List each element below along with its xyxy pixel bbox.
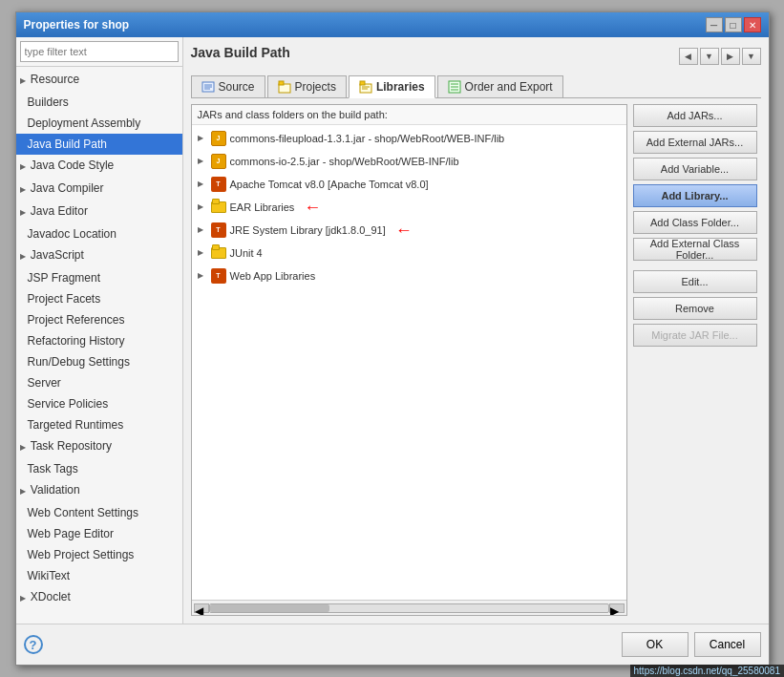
sidebar-item-javascript[interactable]: ▶ JavaScript — [16, 244, 182, 267]
sidebar-item-label: JavaScript — [31, 248, 84, 262]
tab-order-and-export[interactable]: Order and Export — [437, 75, 563, 97]
sidebar-item-jsp-fragment[interactable]: JSP Fragment — [16, 267, 182, 288]
lib-item-label: commons-io-2.5.jar - shop/WebRoot/WEB-IN… — [230, 152, 459, 171]
sidebar-item-java-editor[interactable]: ▶ Java Editor — [16, 201, 182, 223]
sidebar-item-web-page-editor[interactable]: Web Page Editor — [16, 523, 182, 544]
filter-input[interactable] — [20, 41, 179, 62]
scroll-left-btn[interactable]: ◀ — [194, 603, 209, 613]
sidebar-item-java-code-style[interactable]: ▶ Java Code Style — [16, 155, 182, 178]
help-area: ? — [24, 632, 616, 657]
sidebar-item-label: Project References — [28, 313, 125, 327]
list-item[interactable]: ▶ JUnit 4 — [194, 242, 625, 264]
arrow-icon: ▶ — [20, 248, 26, 265]
horizontal-scrollbar[interactable]: ◀ ▶ — [192, 600, 626, 615]
list-item[interactable]: ▶ T Web App Libraries — [194, 264, 625, 287]
action-buttons-panel: Add JARs... Add External JARs... Add Var… — [627, 104, 761, 616]
scroll-right-btn[interactable]: ▶ — [609, 603, 625, 613]
add-external-class-folder-button[interactable]: Add External Class Folder... — [633, 238, 757, 261]
tab-libraries[interactable]: Libraries — [349, 75, 435, 98]
list-item[interactable]: ▶ T Apache Tomcat v8.0 [Apache Tomcat v8… — [194, 173, 625, 196]
tab-projects-label: Projects — [295, 80, 336, 94]
list-item[interactable]: ▶ T JRE System Library [jdk1.8.0_91] ← — [194, 219, 625, 242]
sidebar-item-java-build-path[interactable]: Java Build Path — [16, 134, 182, 155]
sidebar-item-label: Task Tags — [28, 462, 78, 476]
arrow-icon: ▶ — [20, 73, 26, 90]
maximize-button[interactable]: □ — [725, 17, 742, 32]
sidebar-item-validation[interactable]: ▶ Validation — [16, 479, 182, 502]
cancel-button[interactable]: Cancel — [694, 632, 761, 657]
sidebar-item-service-policies[interactable]: Service Policies — [16, 393, 182, 414]
sidebar-item-project-facets[interactable]: Project Facets — [16, 288, 182, 309]
close-button[interactable]: ✕ — [744, 17, 761, 32]
panel-header: Java Build Path ◀ ▼ ▶ ▼ — [191, 45, 761, 68]
sidebar-item-label: Resource — [31, 73, 79, 86]
sidebar-item-wikitext[interactable]: WikiText — [16, 565, 182, 586]
sidebar-item-task-tags[interactable]: Task Tags — [16, 458, 182, 479]
library-list[interactable]: ▶ J commons-fileupload-1.3.1.jar - shop/… — [192, 125, 626, 600]
sidebar-item-targeted-runtimes[interactable]: Targeted Runtimes — [16, 414, 182, 435]
sidebar-item-deployment-assembly[interactable]: Deployment Assembly — [16, 113, 182, 134]
arrow-icon: ▶ — [20, 181, 26, 199]
sidebar-item-javadoc-location[interactable]: Javadoc Location — [16, 223, 182, 244]
content-area: JARs and class folders on the build path… — [191, 104, 627, 616]
sidebar-item-project-references[interactable]: Project References — [16, 309, 182, 330]
nav-forward-dropdown-button[interactable]: ▼ — [742, 48, 761, 65]
sidebar-item-xdoclet[interactable]: ▶ XDoclet — [16, 586, 182, 609]
sidebar-item-label: Server — [28, 376, 61, 390]
add-class-folder-button[interactable]: Add Class Folder... — [633, 211, 757, 234]
tab-projects[interactable]: Projects — [267, 75, 347, 97]
edit-button[interactable]: Edit... — [633, 270, 757, 293]
tab-source[interactable]: Source — [191, 75, 265, 97]
nav-back-button[interactable]: ◀ — [679, 48, 698, 65]
sidebar-item-server[interactable]: Server — [16, 372, 182, 393]
url-bar: https://blog.csdn.net/qq_25580081 — [630, 665, 784, 677]
migrate-jar-button[interactable]: Migrate JAR File... — [633, 324, 757, 347]
sidebar-item-run-debug-settings[interactable]: Run/Debug Settings — [16, 351, 182, 372]
tomcat-icon: T — [211, 268, 226, 284]
h-scrollbar-thumb[interactable] — [210, 604, 329, 612]
footer: ? OK Cancel — [16, 624, 769, 665]
expand-arrow-icon: ▶ — [198, 175, 211, 194]
lib-item-label: commons-fileupload-1.3.1.jar - shop/WebR… — [230, 129, 505, 148]
remove-button[interactable]: Remove — [633, 297, 757, 320]
nav-forward-button[interactable]: ▶ — [721, 48, 740, 65]
sidebar-item-label: XDoclet — [31, 590, 71, 603]
add-external-jars-button[interactable]: Add External JARs... — [633, 131, 757, 154]
sidebar-item-label: Validation — [31, 483, 80, 497]
sidebar-item-label: Builders — [28, 95, 69, 109]
expand-arrow-icon: ▶ — [198, 221, 211, 240]
library-content: JARs and class folders on the build path… — [191, 104, 627, 616]
sidebar-list: ▶ Resource Builders Deployment Assembly … — [16, 67, 182, 624]
sidebar-item-task-repository[interactable]: ▶ Task Repository — [16, 435, 182, 458]
lib-item-label: Web App Libraries — [230, 266, 316, 286]
add-library-button[interactable]: Add Library... — [633, 184, 757, 207]
window-controls: ─ □ ✕ — [706, 17, 761, 32]
expand-arrow-icon: ▶ — [198, 198, 211, 217]
svg-rect-5 — [279, 81, 284, 85]
lib-folder-icon — [211, 200, 226, 215]
arrow-icon: ▶ — [20, 590, 26, 607]
nav-dropdown-button[interactable]: ▼ — [700, 48, 719, 65]
sidebar-item-resource[interactable]: ▶ Resource — [16, 69, 182, 92]
help-button[interactable]: ? — [24, 635, 43, 654]
sidebar-item-builders[interactable]: Builders — [16, 92, 182, 113]
jar-icon: J — [211, 131, 226, 146]
red-arrow-jre-icon: ← — [395, 221, 413, 240]
list-item[interactable]: ▶ EAR Libraries ← — [194, 196, 625, 219]
ok-button[interactable]: OK — [622, 632, 689, 657]
expand-arrow-icon: ▶ — [198, 266, 211, 286]
list-item[interactable]: ▶ J commons-fileupload-1.3.1.jar - shop/… — [194, 127, 625, 150]
sidebar-item-web-content-settings[interactable]: Web Content Settings — [16, 502, 182, 523]
add-jars-button[interactable]: Add JARs... — [633, 104, 757, 127]
h-scrollbar-track[interactable] — [209, 603, 609, 613]
sidebar-item-web-project-settings[interactable]: Web Project Settings — [16, 544, 182, 565]
sidebar-item-java-compiler[interactable]: ▶ Java Compiler — [16, 178, 182, 201]
sidebar-item-label: Web Page Editor — [28, 527, 115, 540]
minimize-button[interactable]: ─ — [706, 17, 723, 32]
sidebar-item-refactoring-history[interactable]: Refactoring History — [16, 330, 182, 351]
expand-arrow-icon: ▶ — [198, 129, 211, 148]
red-arrow-ear-icon: ← — [304, 198, 321, 217]
list-item[interactable]: ▶ J commons-io-2.5.jar - shop/WebRoot/WE… — [194, 150, 625, 173]
add-variable-button[interactable]: Add Variable... — [633, 158, 757, 180]
sidebar-item-label: Javadoc Location — [28, 227, 117, 241]
